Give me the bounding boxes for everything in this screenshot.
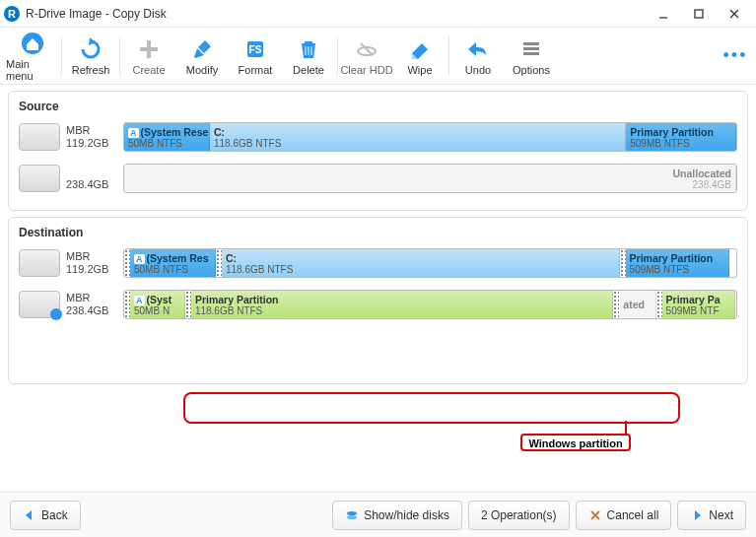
delete-button[interactable]: Delete xyxy=(282,30,335,83)
create-label: Create xyxy=(132,64,165,76)
clear-hdd-label: Clear HDD xyxy=(340,64,392,76)
clear-hdd-icon xyxy=(354,36,379,62)
partition[interactable]: A(System Res 50MB NTFS xyxy=(130,249,216,277)
options-button[interactable]: Options xyxy=(505,30,558,83)
partition[interactable]: C:118.6GB NTFS xyxy=(210,123,626,151)
pencil-icon xyxy=(189,36,215,62)
partition[interactable]: Primary Partition509MB NTFS xyxy=(626,123,736,151)
show-hide-disks-button[interactable]: Show/hide disks xyxy=(332,501,462,530)
source-disk-2[interactable]: 238.4GB Unallocated238.4GB xyxy=(19,161,737,196)
partition-primary[interactable]: Primary Partition118.6GB NTFS xyxy=(191,291,613,318)
show-hide-label: Show/hide disks xyxy=(364,508,449,522)
undo-label: Undo xyxy=(465,64,491,76)
partition[interactable]: Primary Partition509MB NTFS xyxy=(626,249,730,277)
format-label: Format xyxy=(239,64,273,76)
home-icon xyxy=(20,31,45,56)
modify-label: Modify xyxy=(186,64,218,76)
close-button[interactable] xyxy=(717,1,752,27)
svg-point-15 xyxy=(347,515,357,519)
format-button[interactable]: FS Format xyxy=(229,30,282,83)
undo-icon xyxy=(465,36,491,62)
back-button[interactable]: Back xyxy=(10,501,81,530)
operations-label: 2 Operation(s) xyxy=(481,508,557,522)
svg-point-14 xyxy=(347,511,357,515)
undo-button[interactable]: Undo xyxy=(451,30,505,83)
arrow-left-icon xyxy=(23,508,36,522)
plus-icon xyxy=(136,36,162,62)
disks-icon xyxy=(345,508,359,522)
destination-title: Destination xyxy=(19,226,737,239)
disk-icon xyxy=(19,249,60,277)
wipe-label: Wipe xyxy=(407,64,432,76)
cancel-all-button[interactable]: Cancel all xyxy=(576,501,672,530)
more-button[interactable]: ••• xyxy=(721,45,750,66)
minimize-button[interactable] xyxy=(646,1,681,27)
operations-button[interactable]: 2 Operation(s) xyxy=(468,501,570,530)
disk-icon xyxy=(19,123,60,151)
source-panel: Source MBR119.2GB A(System Rese 50MB NTF… xyxy=(8,91,748,211)
partition[interactable]: A(Syst 50MB N xyxy=(130,291,185,318)
format-icon: FS xyxy=(242,36,268,62)
refresh-button[interactable]: Refresh xyxy=(64,30,117,83)
main-menu-label: Main menu xyxy=(6,58,59,82)
delete-label: Delete xyxy=(293,64,324,76)
create-button: Create xyxy=(122,30,175,83)
svg-rect-11 xyxy=(523,42,539,45)
arrow-right-icon xyxy=(690,508,704,522)
partition[interactable]: Primary Pa509MB NTF xyxy=(662,291,736,318)
partition-unallocated[interactable]: Unallocated238.4GB xyxy=(124,165,736,192)
disk-meta: MBR119.2GB xyxy=(66,250,119,276)
source-title: Source xyxy=(19,100,737,113)
next-label: Next xyxy=(709,508,733,522)
partition-unallocated[interactable]: ated xyxy=(619,291,655,318)
disk-meta: MBR119.2GB xyxy=(66,124,119,150)
wipe-button[interactable]: Wipe xyxy=(393,30,447,83)
destination-disk-2[interactable]: MBR238.4GB A(Syst 50MB N Primary Partiti… xyxy=(19,287,737,322)
window-title: R-Drive Image - Copy Disk xyxy=(26,7,646,21)
destination-disk-1[interactable]: MBR119.2GB A(System Res 50MB NTFS C:118.… xyxy=(19,245,737,281)
svg-rect-12 xyxy=(523,47,539,50)
modify-button[interactable]: Modify xyxy=(175,30,229,83)
source-disk-1[interactable]: MBR119.2GB A(System Rese 50MB NTFS C:118… xyxy=(19,119,737,155)
partition[interactable]: C:118.6GB NTFS xyxy=(222,249,620,277)
options-icon xyxy=(518,36,544,62)
refresh-label: Refresh xyxy=(72,64,110,76)
destination-panel: Destination MBR119.2GB A(System Res 50MB… xyxy=(8,217,748,384)
maximize-button[interactable] xyxy=(681,1,717,27)
trash-icon xyxy=(296,36,321,62)
next-button[interactable]: Next xyxy=(677,501,746,530)
partition[interactable]: A(System Rese 50MB NTFS xyxy=(124,123,210,151)
app-logo: R xyxy=(4,6,20,22)
annotation-label: Windows partition xyxy=(520,434,631,451)
back-label: Back xyxy=(41,508,68,522)
disk-meta: MBR238.4GB xyxy=(66,292,119,317)
clear-hdd-button: Clear HDD xyxy=(340,30,393,83)
eraser-icon xyxy=(407,36,433,62)
disk-icon xyxy=(19,165,60,192)
refresh-icon xyxy=(78,36,103,62)
svg-rect-1 xyxy=(695,10,703,18)
cancel-icon xyxy=(588,508,602,522)
options-label: Options xyxy=(513,64,550,76)
svg-text:FS: FS xyxy=(249,44,262,55)
disk-meta: 238.4GB xyxy=(66,166,119,191)
cancel-all-label: Cancel all xyxy=(607,508,659,522)
main-menu-button[interactable]: Main menu xyxy=(6,30,59,83)
disk-icon xyxy=(19,291,60,318)
svg-rect-13 xyxy=(523,52,539,55)
